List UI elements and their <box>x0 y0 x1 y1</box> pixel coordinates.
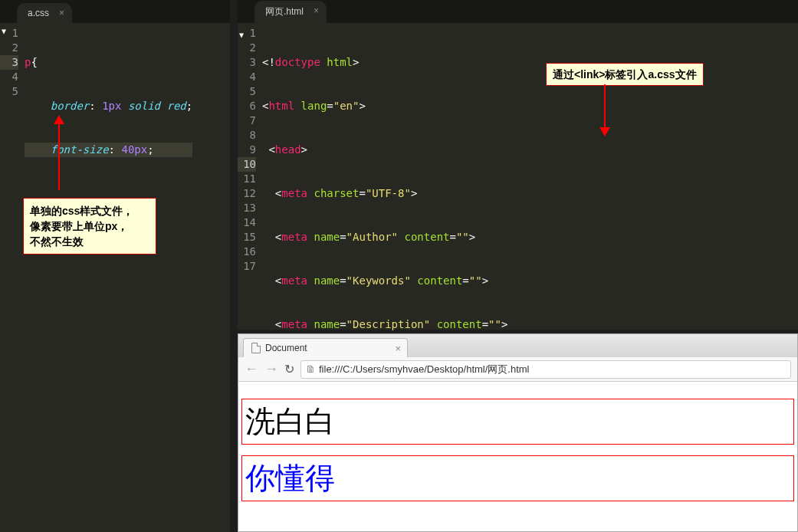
reload-button[interactable]: ↻ <box>284 362 294 376</box>
browser-viewport: 洗白白 你懂得 <box>238 382 797 518</box>
browser-tab-document[interactable]: Document × <box>243 338 408 357</box>
tab-label: 网页.html <box>265 6 304 17</box>
address-bar[interactable]: 🗎 file:///C:/Users/smyhvae/Desktop/html/… <box>300 360 791 379</box>
gutter-left: 1 2 3 4 5 <box>0 23 25 274</box>
arrow-up-icon <box>58 123 60 190</box>
paragraph-2: 你懂得 <box>241 455 794 501</box>
tab-bar-right: 网页.html × <box>238 0 798 23</box>
paragraph-1: 洗白白 <box>241 399 794 445</box>
browser-tab-strip: Document × <box>238 334 797 357</box>
arrow-down-icon <box>604 84 606 129</box>
annotation-note-right: 通过<link>标签引入a.css文件 <box>546 63 704 86</box>
fold-arrow-icon[interactable]: ▼ <box>2 27 6 35</box>
close-icon[interactable]: × <box>314 5 319 16</box>
close-icon[interactable]: × <box>59 8 64 18</box>
tab-wangye-html[interactable]: 网页.html × <box>255 1 327 23</box>
close-icon[interactable]: × <box>395 343 401 354</box>
tab-a-css[interactable]: a.css × <box>17 3 72 23</box>
right-editor-pane: 网页.html × ▼ 1234567891011121314151617 <!… <box>238 0 798 330</box>
left-editor-pane: a.css × ▼ 1 2 3 4 5 p{ border: 1px solid… <box>0 0 230 532</box>
url-text: file:///C:/Users/smyhvae/Desktop/html/网页… <box>319 363 530 376</box>
back-button[interactable]: ← <box>245 361 258 377</box>
document-icon <box>251 343 261 353</box>
forward-button[interactable]: → <box>264 361 278 377</box>
browser-toolbar: ← → ↻ 🗎 file:///C:/Users/smyhvae/Desktop… <box>238 357 797 382</box>
tab-label: a.css <box>28 8 49 18</box>
file-icon: 🗎 <box>306 363 316 375</box>
fold-arrow-icon[interactable]: ▼ <box>239 31 244 39</box>
browser-window: Document × ← → ↻ 🗎 file:///C:/Users/smyh… <box>238 333 798 532</box>
browser-tab-title: Document <box>265 343 307 353</box>
tab-bar-left: a.css × <box>0 0 230 23</box>
annotation-note-left: 单独的css样式文件， 像素要带上单位px， 不然不生效 <box>23 198 156 255</box>
